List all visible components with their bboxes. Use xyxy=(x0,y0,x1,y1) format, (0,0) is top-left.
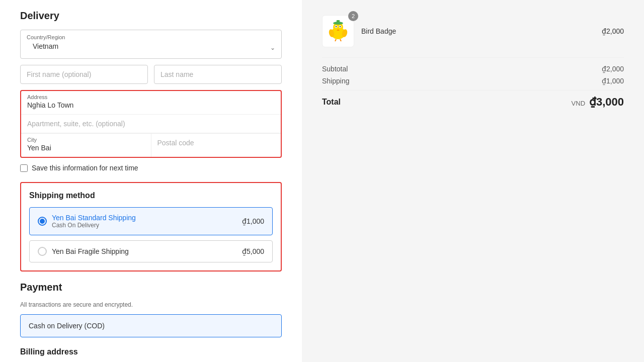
shipping-row: Shipping ₫1,000 xyxy=(322,77,624,85)
bird-badge-image xyxy=(326,19,350,43)
subtotal-row: Subtotal ₫2,000 xyxy=(322,65,624,73)
address-input[interactable] xyxy=(27,100,275,112)
city-section: City xyxy=(21,134,151,157)
subtotal-label: Subtotal xyxy=(322,65,348,73)
payment-subtitle: All transactions are secure and encrypte… xyxy=(20,301,282,308)
country-label: Country/Region xyxy=(21,30,281,40)
total-amount: ₫3,000 xyxy=(589,96,624,108)
country-region-field: Country/Region Vietnam ⌄ xyxy=(20,30,282,59)
shipping-standard-sub: Cash On Delivery xyxy=(52,222,136,229)
shipping-fragile-name: Yen Bai Fragile Shipping xyxy=(52,247,129,255)
shipping-method-title: Shipping method xyxy=(29,191,273,200)
svg-line-12 xyxy=(340,39,341,41)
shipping-fragile-price: ₫5,000 xyxy=(242,247,264,255)
name-row xyxy=(20,65,282,84)
shipping-label: Shipping xyxy=(322,77,350,85)
item-quantity-badge: 2 xyxy=(348,11,358,21)
payment-title: Payment xyxy=(20,282,282,293)
svg-point-5 xyxy=(340,26,341,27)
cod-box: Cash on Delivery (COD) xyxy=(20,314,282,337)
postal-input[interactable] xyxy=(157,139,275,147)
chevron-down-icon: ⌄ xyxy=(270,44,275,51)
city-input[interactable] xyxy=(27,143,145,155)
shipping-method-box: Shipping method Yen Bai Standard Shippin… xyxy=(20,182,282,272)
subtotal-value: ₫2,000 xyxy=(602,65,624,73)
right-panel: 2 Bird Badge ₫2,000 Subtotal ₫2,000 Ship… xyxy=(302,0,644,362)
payment-section: Payment All transactions are secure and … xyxy=(20,282,282,337)
address-field: Address xyxy=(21,91,281,115)
city-label: City xyxy=(27,137,145,143)
postal-section xyxy=(151,134,281,157)
save-info-checkbox[interactable] xyxy=(20,164,28,172)
shipping-option-standard[interactable]: Yen Bai Standard Shipping Cash On Delive… xyxy=(29,207,273,235)
address-box: Address City xyxy=(20,90,282,158)
shipping-option-fragile[interactable]: Yen Bai Fragile Shipping ₫5,000 xyxy=(29,240,273,262)
total-amount-group: VND ₫3,000 xyxy=(572,96,624,109)
apt-input[interactable] xyxy=(27,120,275,128)
apt-field xyxy=(21,115,281,133)
order-summary: Subtotal ₫2,000 Shipping ₫1,000 Total VN… xyxy=(322,57,624,109)
svg-line-11 xyxy=(335,39,336,41)
billing-section: Billing address Same as shipping address… xyxy=(20,347,282,362)
save-info-label[interactable]: Save this information for next time xyxy=(32,164,138,172)
first-name-input[interactable] xyxy=(20,65,148,84)
svg-rect-8 xyxy=(337,20,340,24)
billing-title: Billing address xyxy=(20,347,282,356)
order-item: 2 Bird Badge ₫2,000 xyxy=(322,15,624,47)
total-label: Total xyxy=(322,98,341,107)
item-price: ₫2,000 xyxy=(602,27,624,35)
total-row: Total VND ₫3,000 xyxy=(322,90,624,109)
radio-standard xyxy=(38,217,47,226)
shipping-value: ₫1,000 xyxy=(602,77,624,85)
total-currency: VND xyxy=(572,100,585,107)
address-label: Address xyxy=(27,94,275,100)
save-info-row: Save this information for next time xyxy=(20,164,282,172)
country-value: Vietnam xyxy=(27,41,64,54)
item-image-wrapper: 2 xyxy=(322,15,354,47)
city-postal-row: City xyxy=(21,133,281,157)
delivery-title: Delivery xyxy=(20,10,282,22)
last-name-input[interactable] xyxy=(154,65,282,84)
svg-point-3 xyxy=(336,26,337,27)
item-image xyxy=(322,15,354,47)
radio-fragile xyxy=(38,247,47,256)
shipping-standard-price: ₫1,000 xyxy=(242,217,264,225)
shipping-standard-name: Yen Bai Standard Shipping xyxy=(52,214,136,222)
item-name: Bird Badge xyxy=(361,27,595,35)
